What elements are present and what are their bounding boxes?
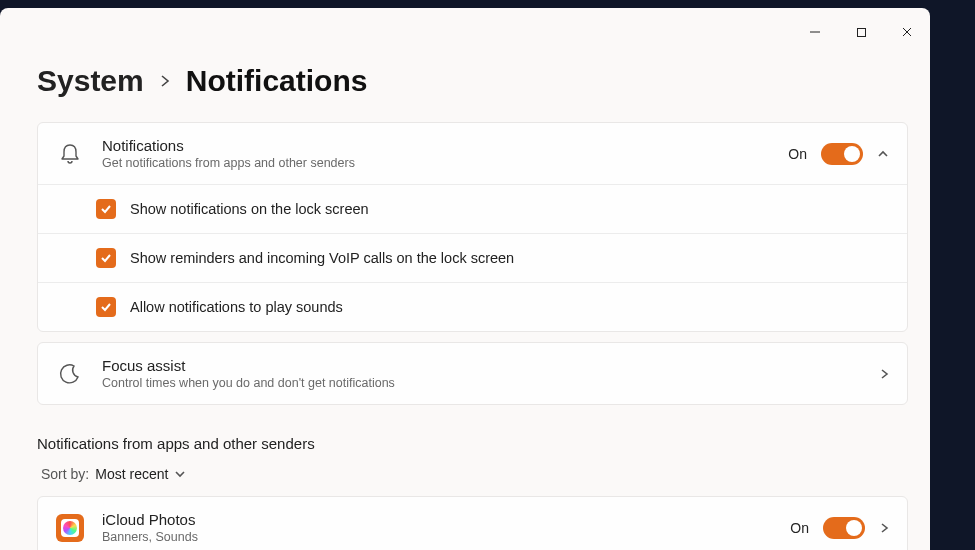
breadcrumb: System Notifications <box>37 64 908 98</box>
close-icon <box>901 26 913 38</box>
section-heading-apps: Notifications from apps and other sender… <box>37 435 908 452</box>
checkbox-checked-icon[interactable] <box>96 248 116 268</box>
chevron-up-icon <box>877 149 889 159</box>
moon-icon <box>56 363 84 385</box>
minimize-icon <box>809 26 821 38</box>
option-label: Show notifications on the lock screen <box>130 201 369 217</box>
option-lock-screen-notifications[interactable]: Show notifications on the lock screen <box>38 184 907 233</box>
maximize-icon <box>856 27 867 38</box>
svg-rect-1 <box>857 28 865 36</box>
breadcrumb-parent[interactable]: System <box>37 64 144 98</box>
option-play-sounds[interactable]: Allow notifications to play sounds <box>38 282 907 331</box>
option-label: Show reminders and incoming VoIP calls o… <box>130 250 514 266</box>
sort-by-dropdown[interactable]: Sort by: Most recent <box>37 466 908 482</box>
app-toggle[interactable] <box>823 517 865 539</box>
titlebar <box>0 8 930 48</box>
chevron-down-icon <box>174 469 186 479</box>
notifications-card: Notifications Get notifications from app… <box>37 122 908 332</box>
sort-value: Most recent <box>95 466 168 482</box>
app-notification-row[interactable]: iCloud Photos Banners, Sounds On <box>37 496 908 550</box>
focus-assist-card[interactable]: Focus assist Control times when you do a… <box>37 342 908 405</box>
content-area: System Notifications Notifications Get n… <box>0 64 930 550</box>
bell-icon <box>56 143 84 165</box>
focus-assist-subtitle: Control times when you do and don't get … <box>102 376 861 390</box>
app-name: iCloud Photos <box>102 511 772 528</box>
focus-assist-title: Focus assist <box>102 357 861 374</box>
notifications-subsettings: Show notifications on the lock screen Sh… <box>38 184 907 331</box>
settings-window: System Notifications Notifications Get n… <box>0 8 930 550</box>
chevron-right-icon <box>879 522 889 534</box>
checkbox-checked-icon[interactable] <box>96 297 116 317</box>
notifications-toggle[interactable] <box>821 143 863 165</box>
checkbox-checked-icon[interactable] <box>96 199 116 219</box>
notifications-expander-header[interactable]: Notifications Get notifications from app… <box>38 123 907 184</box>
option-label: Allow notifications to play sounds <box>130 299 343 315</box>
page-title: Notifications <box>186 64 368 98</box>
icloud-photos-icon <box>56 514 84 542</box>
app-subtitle: Banners, Sounds <box>102 530 772 544</box>
maximize-button[interactable] <box>838 18 884 46</box>
close-button[interactable] <box>884 18 930 46</box>
notifications-title: Notifications <box>102 137 770 154</box>
app-state-label: On <box>790 520 809 536</box>
notifications-state-label: On <box>788 146 807 162</box>
chevron-right-icon <box>879 368 889 380</box>
option-voip-lock-screen[interactable]: Show reminders and incoming VoIP calls o… <box>38 233 907 282</box>
minimize-button[interactable] <box>792 18 838 46</box>
chevron-right-icon <box>160 74 170 88</box>
sort-label: Sort by: <box>41 466 89 482</box>
notifications-subtitle: Get notifications from apps and other se… <box>102 156 770 170</box>
